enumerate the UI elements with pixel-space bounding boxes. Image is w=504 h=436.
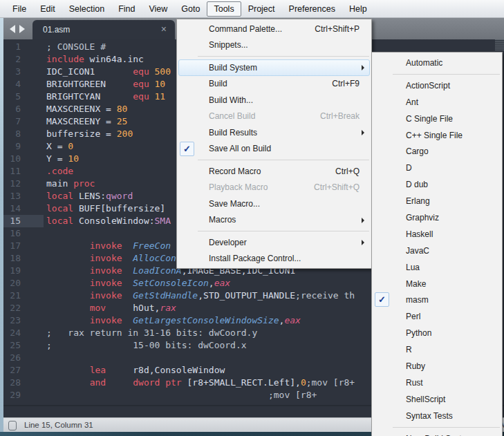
code-token: , [209,278,214,288]
submenu-item-javac[interactable]: JavaC [373,243,501,259]
submenu-item-ant[interactable]: Ant [373,94,501,111]
code-text: MAXSCREENX = 80 [44,103,127,115]
menubar-item-find[interactable]: Find [111,1,142,17]
menubar-item-selection[interactable]: Selection [62,1,111,17]
code-token [46,290,90,301]
tab-01-asm[interactable]: 01.asm × [32,20,175,39]
menu-item-build-results[interactable]: Build Results [178,124,370,141]
line-number: 8 [3,128,44,140]
code-text: Y = 10 [44,153,79,165]
submenu-item-new-build-system[interactable]: New Build System... [373,430,501,436]
menu-item-label: Automatic [406,58,442,68]
code-token: rax [160,303,176,313]
submenu-item-graphviz[interactable]: Graphviz [373,209,501,226]
menu-item-install-package-control[interactable]: Install Package Control... [178,251,370,267]
menu-item-label: Developer [209,238,247,247]
submenu-item-make[interactable]: Make [373,276,501,292]
submenu-item-python[interactable]: Python [373,325,501,341]
menu-item-playback-macro[interactable]: Playback MacroCtrl+Shift+Q [178,180,370,196]
submenu-item-actionscript[interactable]: ActionScript [373,77,501,94]
tab-scroll-right-icon[interactable] [19,25,25,33]
line-number: 25 [3,339,44,352]
submenu-item-perl[interactable]: Perl [373,308,501,325]
code-token: 0 [301,377,306,388]
menu-item-cancel-build[interactable]: Cancel BuildCtrl+Break [178,108,370,125]
menu-item-label: Cargo [406,146,429,156]
submenu-item-masm[interactable]: ✓masm [373,292,501,308]
submenu-item-automatic[interactable]: Automatic [373,55,501,71]
submenu-item-ruby[interactable]: Ruby [373,358,501,375]
menubar-item-file[interactable]: File [6,1,33,17]
menu-item-label: D dub [406,180,428,189]
menubar-item-view[interactable]: View [142,1,174,17]
menu-item-command-palette[interactable]: Command Palette...Ctrl+Shift+P [178,21,370,37]
code-text: include win64a.inc [44,53,144,66]
menu-item-label: R [406,345,412,354]
code-token: GetStdHandle [133,290,198,301]
code-text: invoke FreeCon [44,240,171,252]
submenu-item-c-single-file[interactable]: C++ Single File [373,127,501,144]
menu-separator [393,427,500,428]
code-token [46,265,90,276]
menu-item-build[interactable]: BuildCtrl+F9 [178,76,370,93]
code-text: ; rax return in 31-16 bits: dwCoord.y [44,327,257,339]
code-token: ;receive th [295,290,355,301]
menu-item-macros[interactable]: Macros [178,212,370,229]
menu-item-build-system[interactable]: Build System [178,59,370,76]
code-text: buffersize = 200 [44,128,133,140]
submenu-item-d[interactable]: D [373,160,501,176]
menubar-item-edit[interactable]: Edit [33,1,62,17]
menu-item-developer[interactable]: Developer [178,234,370,251]
code-token: BUFF[buffersize] [73,203,165,214]
tab-scroll-left-icon[interactable] [10,25,15,33]
code-token: r8d,ConsoleWindow [106,365,225,375]
minimap[interactable] [495,39,504,50]
code-token: ; CONSOLE # [46,41,106,52]
menu-item-label: Lua [406,263,420,272]
menu-item-label: New Build System... [406,434,480,436]
submenu-item-rust[interactable]: Rust [373,375,501,391]
submenu-item-c-single-file[interactable]: C Single File [373,111,501,127]
menu-item-label: Ruby [406,361,425,371]
menu-item-label: Macros [209,215,236,225]
submenu-item-haskell[interactable]: Haskell [373,226,501,243]
code-text: .code [44,165,73,178]
menu-item-snippets[interactable]: Snippets... [178,37,370,54]
submenu-item-erlang[interactable]: Erlang [373,193,501,209]
menu-item-save-macro[interactable]: Save Macro... [178,196,370,212]
code-token: equ [133,91,149,102]
code-token [46,365,90,375]
code-token: invoke [90,240,122,251]
menu-item-shortcut: Ctrl+Shift+Q [314,182,369,192]
code-token [122,290,133,301]
line-number: 7 [3,115,44,128]
menubar-item-project[interactable]: Project [241,1,282,17]
menubar-item-goto[interactable]: Goto [174,1,207,17]
code-token: invoke [90,265,122,276]
menu-item-label: D [406,163,412,173]
menubar-item-tools[interactable]: Tools [207,1,241,17]
menubar-item-help[interactable]: Help [342,1,374,17]
menu-item-save-all-on-build[interactable]: ✓Save All on Build [178,141,370,158]
line-number: 13 [3,190,44,202]
submenu-item-r[interactable]: R [373,341,501,358]
menubar-item-preferences[interactable]: Preferences [282,1,342,17]
line-number: 1 [3,41,44,53]
menu-item-build-with[interactable]: Build With... [178,92,370,108]
submenu-item-syntax-tests[interactable]: Syntax Tests [373,408,501,424]
submenu-item-shellscript[interactable]: ShellScript [373,391,501,408]
tools-menu: Command Palette...Ctrl+Shift+PSnippets..… [176,19,372,269]
menu-item-label: Python [406,328,431,338]
line-number: 10 [3,153,44,165]
menu-item-label: Perl [406,312,420,321]
code-token: [r8+SMALL_RECT.Left], [182,377,301,388]
submenu-item-lua[interactable]: Lua [373,259,501,276]
menu-item-label: JavaC [406,246,429,256]
line-number: 3 [3,66,44,78]
menu-item-label: Haskell [406,229,433,239]
menu-item-record-macro[interactable]: Record MacroCtrl+Q [178,163,370,180]
tab-close-icon[interactable]: × [161,23,167,35]
submenu-item-cargo[interactable]: Cargo [373,143,501,160]
code-token [149,79,155,89]
submenu-item-d-dub[interactable]: D dub [373,176,501,193]
